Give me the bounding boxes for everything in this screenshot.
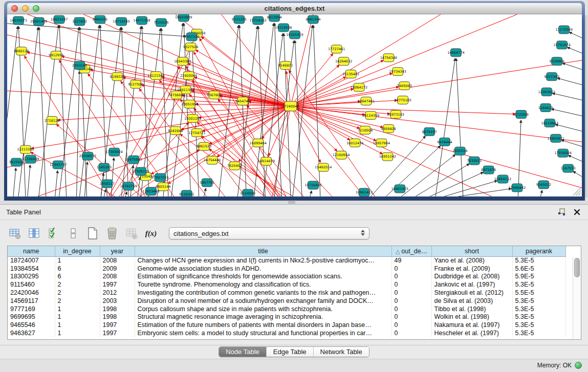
cell-in_degree[interactable]: 6 (55, 265, 100, 273)
graph-node-yellow[interactable]: 7625402 (227, 162, 242, 170)
cell-pagerank[interactable]: 5.3E-5 (512, 256, 565, 265)
cell-name[interactable]: 9463627 (8, 329, 55, 337)
graph-node-teal[interactable]: 9474444 (437, 138, 452, 146)
cell-name[interactable]: 18300295 (8, 273, 55, 281)
graph-node-yellow[interactable]: 16264032 (335, 57, 352, 65)
graph-node-teal[interactable]: 16782759 (120, 182, 137, 190)
graph-node-teal[interactable]: 1145193 (97, 163, 112, 171)
column-header-in_degree[interactable]: in_degree (55, 246, 100, 256)
cell-pagerank[interactable]: 5.3E-5 (512, 313, 565, 321)
column-header-out_de[interactable]: △out_de… (391, 246, 431, 256)
table-row[interactable]: 946362711997Embryonic stem cells: a mode… (8, 329, 565, 337)
cell-pagerank[interactable]: 5.6E-5 (512, 265, 565, 273)
cell-year[interactable]: 1997 (100, 329, 135, 337)
cell-year[interactable]: 1997 (100, 321, 135, 329)
delete-table-button-disabled[interactable] (125, 227, 138, 240)
cell-name[interactable]: 9465546 (8, 321, 55, 329)
graph-node-yellow[interactable]: 2367608 (207, 91, 222, 99)
graph-node-yellow[interactable]: 9327508 (183, 43, 198, 51)
graph-node-yellow[interactable]: 8454749 (235, 97, 250, 105)
graph-node-teal[interactable]: 6879197 (422, 127, 437, 136)
graph-node-teal[interactable]: 9329968 (550, 57, 564, 65)
cell-year[interactable]: 2012 (100, 289, 135, 297)
graph-node-teal[interactable]: 9227343 (545, 73, 559, 81)
cell-title[interactable]: Genome-wide association studies in ADHD. (135, 265, 391, 273)
cell-short[interactable]: Nakamura et al. (1997) (431, 321, 512, 329)
cell-out_de[interactable]: 0 (391, 289, 431, 297)
network-window-titlebar[interactable]: citations_edges.txt (7, 3, 582, 14)
graph-node-yellow[interactable]: 18775105 (395, 96, 411, 104)
graph-node-teal[interactable]: 16861425 (391, 185, 408, 193)
graph-node-yellow[interactable]: 16124359 (362, 111, 379, 119)
table-row[interactable]: 977716911998Corpus callosum shape and si… (8, 305, 565, 313)
cell-name[interactable]: 9777169 (8, 305, 55, 313)
graph-node-yellow[interactable]: 9861523 (197, 142, 211, 150)
graph-node-yellow[interactable]: 9860124 (14, 47, 29, 55)
graph-node-yellow[interactable]: 9242844 (168, 126, 183, 135)
splitter-handle[interactable] (288, 201, 295, 204)
graph-node-teal[interactable]: 10325419 (286, 31, 303, 39)
cell-out_de[interactable]: 0 (391, 313, 431, 321)
cell-short[interactable]: Stergiakouli et al. (2012) (431, 289, 512, 297)
graph-node-yellow[interactable]: 18064172 (351, 83, 367, 92)
cell-in_degree[interactable]: 1 (55, 329, 100, 337)
tab-edge-table[interactable]: Edge Table (267, 347, 314, 357)
column-header-short[interactable]: short (431, 246, 512, 256)
cell-in_degree[interactable]: 6 (55, 273, 100, 281)
table-row[interactable]: 946554611997Estimation of the future num… (8, 321, 565, 329)
cell-short[interactable]: de Silva et al. (2003) (431, 297, 512, 305)
graph-node-teal[interactable]: 19218506 (275, 24, 292, 32)
graph-node-teal[interactable]: 9245012 (536, 181, 551, 189)
table-row[interactable]: 969969511998Structural magnetic resonanc… (8, 313, 565, 321)
cell-out_de[interactable]: 49 (391, 256, 431, 265)
graph-node-yellow[interactable]: 9146821 (278, 61, 293, 70)
cell-in_degree[interactable]: 1 (55, 305, 100, 313)
graph-node-yellow[interactable]: 8912954 (49, 51, 63, 59)
cell-title[interactable]: Tourette syndrome. Phenomenology and cla… (135, 280, 391, 289)
table-row[interactable]: 1830029562008Estimation of significance … (8, 273, 565, 281)
cell-name[interactable]: 18724007 (8, 256, 55, 265)
graph-node-teal[interactable]: 10719185 (113, 17, 130, 26)
graph-node-teal[interactable]: 20206575 (79, 152, 96, 160)
graph-node-teal[interactable]: 10654112 (494, 175, 511, 183)
graph-node-teal[interactable]: 12942737 (50, 161, 67, 169)
cell-name[interactable]: 22420046 (8, 289, 55, 297)
network-canvas[interactable]: 1724004018226058932750816543382224200462… (7, 14, 582, 196)
graph-node-yellow[interactable]: 16099484 (250, 139, 267, 147)
graph-node-teal[interactable]: 11156809 (22, 155, 39, 163)
cell-year[interactable]: 1997 (100, 280, 135, 289)
graph-node-yellow[interactable]: 16543382 (174, 57, 191, 65)
deselect-all-rows-button[interactable] (67, 227, 80, 240)
cell-in_degree[interactable]: 2 (55, 280, 100, 289)
graph-node-teal[interactable]: 9131205 (232, 15, 247, 24)
graph-node-teal[interactable]: 14671358 (133, 16, 150, 25)
graph-node-teal[interactable]: 1244415 (538, 104, 553, 112)
tab-network-table[interactable]: Network Table (314, 347, 369, 357)
show-columns-button[interactable] (28, 227, 41, 240)
cell-short[interactable]: Tibbo et al. (1998) (431, 305, 512, 313)
cell-title[interactable]: Changes of HCN gene expression and I(f) … (135, 256, 391, 265)
graph-node-yellow[interactable]: 19734343 (389, 68, 406, 76)
cell-year[interactable]: 2008 (100, 273, 135, 281)
graph-node-teal[interactable]: 15751874 (553, 41, 570, 49)
cell-name[interactable]: 9115460 (8, 280, 55, 289)
column-header-year[interactable]: year (100, 246, 135, 256)
function-builder-button[interactable]: f(x) (144, 227, 158, 240)
cell-year[interactable]: 2003 (100, 297, 135, 305)
cell-short[interactable]: Jankovic et al. (1997) (431, 280, 512, 289)
cell-pagerank[interactable]: 5.9E-5 (512, 273, 565, 281)
cell-pagerank[interactable]: 5.3E-5 (512, 329, 565, 337)
graph-node-teal[interactable]: 14664774 (447, 49, 464, 57)
cell-title[interactable]: Estimation of the future numbers of pati… (135, 321, 391, 329)
cell-out_de[interactable]: 0 (391, 305, 431, 313)
graph-node-yellow[interactable]: 16012476 (346, 139, 363, 147)
graph-node-teal[interactable]: 2053140 (72, 61, 87, 70)
graph-node-yellow[interactable]: 9127508 (128, 80, 143, 89)
graph-node-yellow[interactable]: 15135401 (342, 70, 359, 78)
cell-out_de[interactable]: 0 (391, 297, 431, 305)
panel-splitter[interactable] (0, 201, 588, 204)
graph-node-yellow[interactable]: 16914479 (257, 157, 274, 165)
cell-pagerank[interactable]: 5.3E-5 (512, 297, 565, 305)
graph-node-yellow[interactable]: 10647481 (358, 97, 375, 105)
graph-node-teal[interactable]: 6466100 (93, 15, 107, 24)
